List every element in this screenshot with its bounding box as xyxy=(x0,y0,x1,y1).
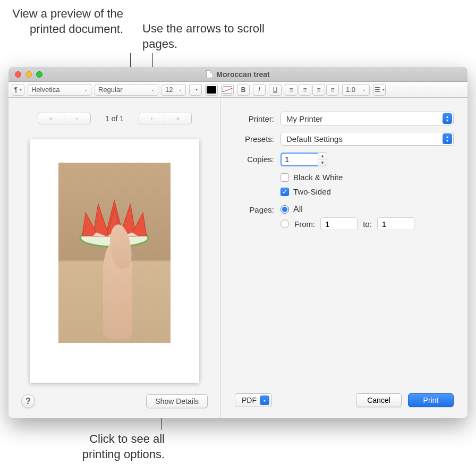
printer-value: My Printer xyxy=(286,114,322,123)
page-navigator: « ‹ 1 of 1 › » xyxy=(21,113,208,124)
copies-stepper[interactable]: ▲ ▼ xyxy=(318,152,327,166)
double-chevron-right-icon: » xyxy=(176,115,180,122)
chevron-left-icon: ‹ xyxy=(76,115,78,122)
paragraph-style-button[interactable]: ¶▾ xyxy=(12,84,24,96)
two-sided-label: Two-Sided xyxy=(293,187,331,196)
updown-arrows-icon: ▲▼ xyxy=(443,133,452,144)
print-label: Print xyxy=(423,396,439,404)
line-spacing-value: 1.0 xyxy=(346,86,355,94)
window-title-text: Moroccan treat xyxy=(216,70,269,79)
help-icon: ? xyxy=(26,397,31,406)
help-button[interactable]: ? xyxy=(21,394,35,408)
pages-from-input[interactable] xyxy=(320,217,358,230)
pdf-label: PDF xyxy=(242,396,257,404)
page-indicator: 1 of 1 xyxy=(101,114,128,123)
updown-arrows-icon: ▲▼ xyxy=(443,113,452,124)
show-details-button[interactable]: Show Details xyxy=(146,394,208,408)
printer-select[interactable]: My Printer ▲▼ xyxy=(280,112,454,125)
pages-to-label: to: xyxy=(363,220,372,229)
pdf-menu-button[interactable]: PDF ▼ xyxy=(235,393,272,407)
black-white-checkbox[interactable] xyxy=(280,173,289,182)
pages-from-label: From: xyxy=(294,220,315,229)
show-details-label: Show Details xyxy=(155,397,199,406)
strikethrough-color-button[interactable] xyxy=(221,84,234,96)
stepper-down-icon: ▼ xyxy=(318,159,327,166)
font-family-value: Helvetica xyxy=(31,86,60,94)
cancel-button[interactable]: Cancel xyxy=(356,393,402,407)
list-style-button[interactable]: ☰▾ xyxy=(373,84,386,96)
copies-input[interactable] xyxy=(280,153,318,166)
app-window: Moroccan treat ¶▾ Helvetica⌄ Regular⌄ 12… xyxy=(8,67,468,418)
font-style-select[interactable]: Regular⌄ xyxy=(95,84,158,96)
prev-page-button[interactable]: ‹ xyxy=(64,113,91,124)
copies-label: Copies: xyxy=(235,155,274,164)
document-icon xyxy=(206,70,213,78)
format-toolbar: ¶▾ Helvetica⌄ Regular⌄ 12⌄ ▾ B I U ≡ ≡ ≡… xyxy=(8,82,468,98)
annotation-show-details: Click to see all printing options. xyxy=(53,432,165,462)
preview-image xyxy=(58,163,171,343)
print-button[interactable]: Print xyxy=(408,393,454,407)
two-sided-checkbox[interactable]: ✓ xyxy=(280,188,289,196)
align-justify-button[interactable]: ≡ xyxy=(326,84,339,96)
next-page-button[interactable]: › xyxy=(139,113,165,124)
pages-all-label: All xyxy=(293,205,303,214)
chevron-down-icon: ▼ xyxy=(260,395,269,405)
font-size-stepper[interactable]: ▾ xyxy=(189,84,202,96)
presets-value: Default Settings xyxy=(286,134,343,144)
bold-button[interactable]: B xyxy=(237,84,250,96)
font-size-select[interactable]: 12⌄ xyxy=(162,84,186,96)
align-right-button[interactable]: ≡ xyxy=(312,84,325,96)
text-color-button[interactable] xyxy=(205,84,218,96)
pages-to-input[interactable] xyxy=(377,217,414,230)
presets-select[interactable]: Default Settings ▲▼ xyxy=(280,132,454,146)
pages-label: Pages: xyxy=(235,205,274,214)
annotation-arrows: Use the arrows to scroll pages. xyxy=(142,21,302,52)
hand-illustration xyxy=(103,242,132,339)
titlebar: Moroccan treat xyxy=(8,67,468,82)
font-size-value: 12 xyxy=(165,86,173,94)
annotation-preview: View a preview of the printed document. xyxy=(6,6,123,37)
chevron-right-icon: › xyxy=(151,115,153,122)
pages-range-radio[interactable] xyxy=(280,220,289,228)
window-title: Moroccan treat xyxy=(8,70,468,79)
settings-pane: Printer: My Printer ▲▼ Presets: Default … xyxy=(221,98,468,418)
checkmark-icon: ✓ xyxy=(282,188,287,196)
cancel-label: Cancel xyxy=(367,396,390,404)
black-white-label: Black & White xyxy=(293,173,343,182)
font-family-select[interactable]: Helvetica⌄ xyxy=(28,84,91,96)
page-preview xyxy=(30,139,199,383)
dialog-footer: PDF ▼ Cancel Print xyxy=(235,393,454,407)
print-dialog: « ‹ 1 of 1 › » xyxy=(8,98,468,418)
alignment-group: ≡ ≡ ≡ ≡ xyxy=(285,84,339,96)
align-center-button[interactable]: ≡ xyxy=(299,84,311,96)
align-left-button[interactable]: ≡ xyxy=(285,84,298,96)
italic-button[interactable]: I xyxy=(253,84,266,96)
font-style-value: Regular xyxy=(98,86,123,94)
printer-label: Printer: xyxy=(235,114,274,123)
line-spacing-select[interactable]: 1.0⌄ xyxy=(342,84,370,96)
underline-button[interactable]: U xyxy=(269,84,282,96)
presets-label: Presets: xyxy=(235,134,274,144)
preview-pane: « ‹ 1 of 1 › » xyxy=(8,98,221,418)
double-chevron-left-icon: « xyxy=(49,115,53,122)
pages-all-radio[interactable] xyxy=(280,205,289,214)
last-page-button[interactable]: » xyxy=(165,113,192,124)
first-page-button[interactable]: « xyxy=(38,113,64,124)
stepper-up-icon: ▲ xyxy=(318,153,327,159)
